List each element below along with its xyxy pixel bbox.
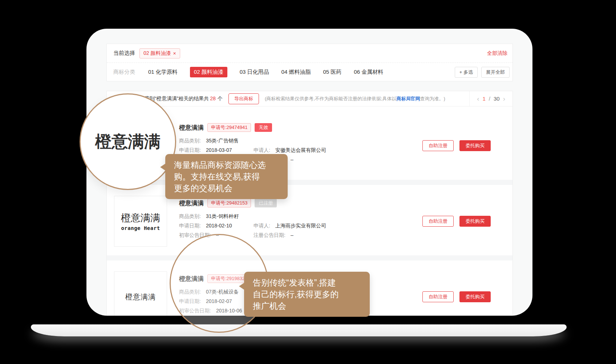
row-separator — [107, 255, 512, 260]
field-label: 商品类别: — [179, 213, 201, 220]
tooltip-marketing-trade: 海量精品商标资源随心选 购。支持在线交易,获得 更多的交易机会 — [165, 154, 288, 199]
results-header: 当前分类下检索到“橙意满满”相关的结果共28个 导出商标 (商标检索结果仅供参考… — [107, 91, 512, 106]
trademark-image-text: 橙意满满 — [121, 211, 160, 225]
category-item-04[interactable]: 04 燃料油脂 — [281, 69, 311, 76]
detail-line: 申请日期:2018-03-07 申请人:安徽美达会展有限公司 — [179, 146, 326, 154]
tooltip-line: 告别传统“发表格”,搭建 — [253, 277, 361, 288]
current-selection-label: 当前选择 — [113, 50, 135, 57]
trademark-name[interactable]: 橙意满满 — [179, 124, 204, 132]
row-actions: 自助注册 委托购买 — [422, 216, 491, 227]
selected-filter-tag-label: 02 颜料油漆 — [143, 50, 171, 57]
results-unit: 个 — [218, 96, 223, 101]
category-item-05[interactable]: 05 医药 — [323, 69, 341, 76]
field-label: 注册公告日期: — [254, 231, 285, 239]
self-register-button[interactable]: 自助注册 — [422, 216, 454, 227]
selected-filter-tag[interactable]: 02 颜料油漆 × — [139, 48, 180, 58]
field-label: 申请日期: — [179, 146, 201, 154]
trademark-image-subtext: orange Heart — [121, 225, 160, 231]
trademark-name[interactable]: 橙意满满 — [179, 199, 204, 207]
clear-all-button[interactable]: 全部清除 — [487, 50, 507, 57]
self-register-button[interactable]: 自助注册 — [422, 291, 454, 302]
tooltip-line: 购。支持在线交易,获得 — [174, 171, 279, 182]
trademark-image-text: 橙意满满 — [125, 292, 156, 302]
trademark-image-3[interactable]: 橙意满满 — [114, 271, 167, 316]
field-value: 2018-02-10 — [206, 222, 232, 229]
row-title-line: 橙意满满 申请号:29482153 已注册 — [179, 199, 277, 207]
category-item-03[interactable]: 03 日化用品 — [240, 69, 269, 76]
laptop-base — [31, 324, 567, 336]
field-label: 商品类别: — [179, 137, 201, 144]
expand-all-button[interactable]: 展开全部 — [481, 67, 510, 78]
self-register-button[interactable]: 自助注册 — [422, 140, 454, 151]
trademark-image-2[interactable]: 橙意满满 orange Heart — [114, 196, 167, 247]
current-selection-row: 当前选择 02 颜料油漆 × 全部清除 — [107, 44, 512, 63]
tooltip-line: 海量精品商标资源随心选 — [174, 159, 279, 171]
field-category: 商品类别:31类-饲料种籽 — [179, 213, 254, 220]
tooltip-marketing-promo: 告别传统“发表格”,搭建 自己的标行,获得更多的 推广机会 — [244, 272, 370, 317]
filter-panel: 当前选择 02 颜料油漆 × 全部清除 商标分类 01 化学原料 02 颜料油漆… — [106, 44, 513, 81]
status-badge-invalid: 无效 — [255, 123, 272, 132]
magnified-trademark-text: 橙意满满 — [95, 131, 161, 153]
tooltip-line: 自己的标行,获得更多的 — [253, 288, 361, 300]
application-number-tag: 申请号:29474941 — [207, 123, 251, 132]
field-label: 申请日期: — [179, 222, 201, 229]
tooltip-line: 推广机会 — [253, 300, 361, 312]
page-background: 当前选择 02 颜料油漆 × 全部清除 商标分类 01 化学原料 02 颜料油漆… — [0, 0, 616, 364]
tooltip-line: 更多的交易机会 — [174, 182, 279, 194]
category-item-06[interactable]: 06 金属材料 — [354, 69, 383, 76]
delegate-buy-button[interactable]: 委托购买 — [459, 291, 491, 302]
delegate-buy-button[interactable]: 委托购买 — [459, 140, 491, 151]
multi-select-button[interactable]: + 多选 — [455, 67, 478, 78]
remove-filter-icon[interactable]: × — [173, 50, 176, 56]
field-value: 上海雨步实业有限公司 — [275, 222, 326, 229]
trademark-office-link[interactable]: 商标局官网 — [396, 96, 420, 101]
pagination: ‹ 1 / 30 › — [469, 91, 512, 106]
field-value: 35类-广告销售 — [206, 137, 239, 144]
pagination-next-icon[interactable]: › — [503, 95, 505, 102]
row-actions: 自助注册 委托购买 — [422, 291, 491, 302]
category-row-label: 商标分类 — [113, 69, 135, 76]
pagination-current-page: 1 — [482, 96, 485, 102]
field-registration-publication: 注册公告日期:– — [254, 231, 293, 239]
field-label: 申请人: — [254, 222, 270, 229]
category-row: 商标分类 01 化学原料 02 颜料油漆 03 日化用品 04 燃料油脂 05 … — [107, 63, 512, 81]
results-count: 28 — [210, 96, 216, 101]
application-number-tag: 申请号:29482153 — [207, 199, 251, 207]
pagination-prev-icon[interactable]: ‹ — [477, 95, 479, 102]
field-value: – — [291, 156, 293, 163]
field-apply-date: 申请日期:2018-02-10 — [179, 222, 254, 229]
category-item-02-selected[interactable]: 02 颜料油漆 — [190, 67, 227, 77]
field-value: – — [291, 231, 293, 239]
magnifier-circle-zoomed-mark: 橙意满满 — [80, 93, 176, 190]
pagination-total-pages: 30 — [494, 96, 500, 102]
status-badge-registered: 已注册 — [255, 199, 277, 207]
field-value: 31类-饲料种籽 — [206, 213, 239, 220]
field-label: 申请人: — [254, 146, 270, 154]
detail-line: 商品类别:35类-广告销售 — [179, 137, 254, 144]
row-actions: 自助注册 委托购买 — [422, 140, 491, 151]
results-disclaimer: (商标检索结果仅供参考,不作为商标能否注册的法律依据;具体以商标局官网查询为准。… — [265, 96, 445, 102]
detail-line: 商品类别:31类-饲料种籽 — [179, 213, 254, 220]
field-apply-date: 申请日期:2018-03-07 — [179, 146, 254, 154]
field-applicant: 申请人:上海雨步实业有限公司 — [254, 222, 326, 229]
detail-line: 申请日期:2018-02-10 申请人:上海雨步实业有限公司 — [179, 222, 326, 229]
delegate-buy-button[interactable]: 委托购买 — [459, 216, 491, 227]
pagination-separator: / — [489, 96, 490, 102]
disclaimer-text-pre: (商标检索结果仅供参考,不作为商标能否注册的法律依据;具体以 — [265, 96, 397, 101]
field-value: 安徽美达会展有限公司 — [275, 146, 326, 154]
field-value: 2018-03-07 — [206, 146, 232, 154]
disclaimer-text-post: 查询为准。) — [420, 96, 445, 101]
field-category: 商品类别:35类-广告销售 — [179, 137, 254, 144]
row-title-line: 橙意满满 申请号:29474941 无效 — [179, 123, 272, 132]
export-trademarks-button[interactable]: 导出商标 — [228, 93, 259, 104]
category-item-01[interactable]: 01 化学原料 — [148, 69, 178, 76]
field-applicant: 申请人:安徽美达会展有限公司 — [254, 146, 326, 154]
